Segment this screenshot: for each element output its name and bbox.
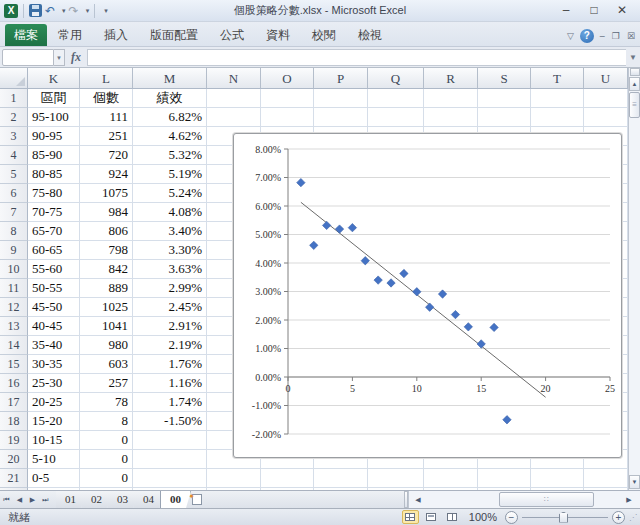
column-header[interactable]: S xyxy=(478,68,531,89)
save-icon[interactable] xyxy=(29,4,42,17)
cell[interactable] xyxy=(424,469,478,488)
cell[interactable]: 35-40 xyxy=(28,336,80,355)
cell[interactable]: 8 xyxy=(80,412,133,431)
cell[interactable]: 3.30% xyxy=(133,241,207,260)
ribbon-tab[interactable]: 檢視 xyxy=(347,24,393,46)
column-header[interactable]: P xyxy=(314,68,368,89)
cell[interactable]: 55-60 xyxy=(28,260,80,279)
row-header[interactable]: 16 xyxy=(0,374,28,393)
data-point[interactable] xyxy=(477,340,485,348)
cell[interactable] xyxy=(207,89,261,108)
cell[interactable]: 0 xyxy=(80,469,133,488)
cell[interactable] xyxy=(133,469,207,488)
row-header[interactable]: 17 xyxy=(0,393,28,412)
cell[interactable]: 區間 xyxy=(28,89,80,108)
help-icon[interactable]: ? xyxy=(580,29,594,43)
cell[interactable]: 個數 xyxy=(80,89,133,108)
cell[interactable]: 95-100 xyxy=(28,108,80,127)
cell[interactable]: 603 xyxy=(80,355,133,374)
cell[interactable]: 1.16% xyxy=(133,374,207,393)
maximize-button[interactable]: □ xyxy=(580,0,608,20)
tab-file[interactable]: 檔案 xyxy=(5,24,47,46)
column-header[interactable]: Q xyxy=(368,68,424,89)
cell[interactable]: 111 xyxy=(80,108,133,127)
column-header[interactable]: N xyxy=(207,68,261,89)
sheet-tab-04[interactable]: 04 xyxy=(134,491,164,508)
redo-icon[interactable]: ↷ xyxy=(69,4,79,18)
row-header[interactable]: 19 xyxy=(0,431,28,450)
page-break-view-button[interactable] xyxy=(444,510,461,524)
data-point[interactable] xyxy=(348,223,356,231)
cell[interactable]: 806 xyxy=(80,222,133,241)
cell[interactable] xyxy=(368,108,424,127)
ribbon-tab[interactable]: 版面配置 xyxy=(139,24,209,46)
cell[interactable] xyxy=(261,89,314,108)
cell[interactable]: 2.91% xyxy=(133,317,207,336)
cell[interactable] xyxy=(584,469,628,488)
minimize-button[interactable]: – xyxy=(552,0,580,20)
zoom-slider[interactable] xyxy=(522,511,608,524)
prev-sheet-icon[interactable]: ◀ xyxy=(13,491,26,508)
cell[interactable]: 25-30 xyxy=(28,374,80,393)
column-header[interactable]: R xyxy=(424,68,478,89)
name-box[interactable] xyxy=(2,49,54,66)
ribbon-tab[interactable]: 校閱 xyxy=(301,24,347,46)
data-point[interactable] xyxy=(464,323,472,331)
cell[interactable]: 5.19% xyxy=(133,165,207,184)
select-all-button[interactable] xyxy=(0,68,28,89)
redo-dropdown-icon[interactable]: ▾ xyxy=(82,7,90,15)
cell[interactable] xyxy=(478,89,531,108)
cell[interactable] xyxy=(531,469,584,488)
cell[interactable]: 3.63% xyxy=(133,260,207,279)
cell[interactable]: 2.19% xyxy=(133,336,207,355)
cell[interactable] xyxy=(531,108,584,127)
column-header[interactable]: K xyxy=(28,68,80,89)
cell[interactable]: 889 xyxy=(80,279,133,298)
cell[interactable]: 5.32% xyxy=(133,146,207,165)
data-point[interactable] xyxy=(361,257,369,265)
cell[interactable]: 257 xyxy=(80,374,133,393)
name-box-dropdown-icon[interactable]: ▼ xyxy=(54,49,65,66)
row-header[interactable]: 13 xyxy=(0,317,28,336)
cell[interactable]: 40-45 xyxy=(28,317,80,336)
cell[interactable] xyxy=(531,89,584,108)
data-point[interactable] xyxy=(322,221,330,229)
row-header[interactable]: 21 xyxy=(0,469,28,488)
vertical-split-handle[interactable] xyxy=(630,68,640,76)
column-header[interactable]: L xyxy=(80,68,133,89)
vertical-scroll-thumb[interactable] xyxy=(629,92,640,118)
cell[interactable] xyxy=(584,108,628,127)
zoom-out-button[interactable]: − xyxy=(505,511,518,524)
zoom-slider-thumb[interactable] xyxy=(559,512,568,523)
cell[interactable]: 75-80 xyxy=(28,184,80,203)
normal-view-button[interactable] xyxy=(402,510,419,524)
cell[interactable]: 85-90 xyxy=(28,146,80,165)
cell[interactable]: 50-55 xyxy=(28,279,80,298)
cell[interactable]: 45-50 xyxy=(28,298,80,317)
formula-bar-expand-icon[interactable]: ▼ xyxy=(626,53,640,62)
cell[interactable]: 4.08% xyxy=(133,203,207,222)
undo-dropdown-icon[interactable]: ▾ xyxy=(58,7,66,15)
row-header[interactable]: 11 xyxy=(0,279,28,298)
cell[interactable]: 4.62% xyxy=(133,127,207,146)
cell[interactable] xyxy=(314,469,368,488)
fx-icon[interactable]: fx xyxy=(65,50,87,65)
data-point[interactable] xyxy=(310,241,318,249)
data-point[interactable] xyxy=(413,288,421,296)
cell[interactable]: 90-95 xyxy=(28,127,80,146)
data-point[interactable] xyxy=(425,303,433,311)
undo-icon[interactable]: ↶ xyxy=(45,4,55,18)
data-point[interactable] xyxy=(335,225,343,233)
column-header[interactable]: O xyxy=(261,68,314,89)
cell[interactable]: 1041 xyxy=(80,317,133,336)
cell[interactable]: 5-10 xyxy=(28,450,80,469)
scroll-right-icon[interactable]: ▶ xyxy=(622,492,636,507)
cell[interactable] xyxy=(207,108,261,127)
row-header[interactable]: 14 xyxy=(0,336,28,355)
chart-canvas[interactable]: -2.00%-1.00%0.00%1.00%2.00%3.00%4.00%5.0… xyxy=(234,134,621,455)
cell[interactable]: 1025 xyxy=(80,298,133,317)
cell[interactable]: 251 xyxy=(80,127,133,146)
excel-app-icon[interactable]: X xyxy=(4,4,18,18)
row-header[interactable]: 4 xyxy=(0,146,28,165)
customize-qat-icon[interactable]: ▾ xyxy=(100,7,108,15)
